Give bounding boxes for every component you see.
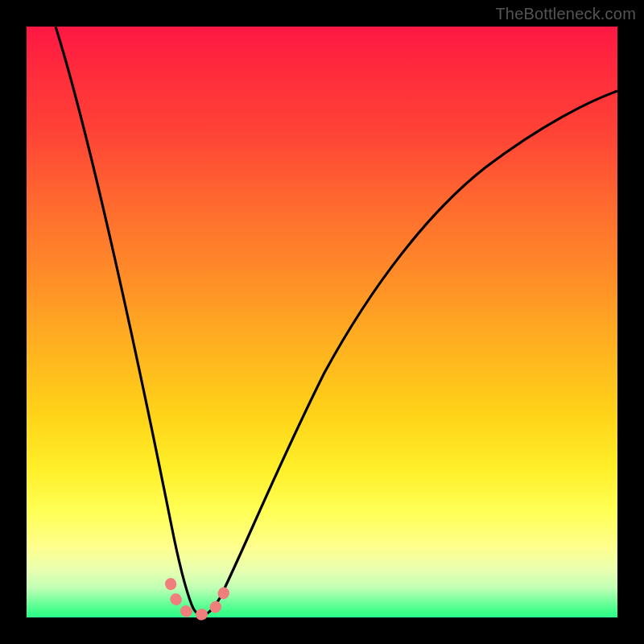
watermark-text: TheBottleneck.com bbox=[495, 5, 636, 23]
chart-frame: TheBottleneck.com bbox=[0, 0, 644, 644]
chart-svg bbox=[27, 27, 617, 617]
bottleneck-curve bbox=[56, 27, 617, 615]
